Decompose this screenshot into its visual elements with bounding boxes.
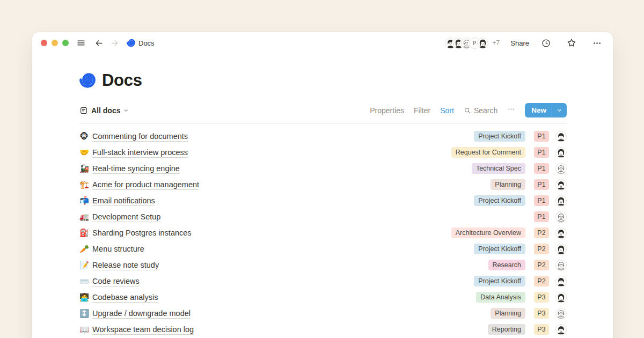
page-title: Docs xyxy=(102,71,142,90)
doc-row[interactable]: 📝 Release note study Research P2 xyxy=(79,257,567,273)
doc-type-tag: Project Kickoff xyxy=(474,276,525,286)
doc-row[interactable]: 🏗️ Acme for product management Planning … xyxy=(79,177,567,193)
priority-badge: P1 xyxy=(534,179,549,190)
doc-title-link[interactable]: Code reviews xyxy=(92,277,140,285)
more-options-icon[interactable] xyxy=(592,38,602,48)
doc-type-tag: Project Kickoff xyxy=(474,244,525,254)
doc-row[interactable]: 🚛 Development Setup P1 xyxy=(79,209,567,225)
doc-title-link[interactable]: Upgrade / downgrade model xyxy=(92,309,191,318)
doc-title-link[interactable]: Menu structure xyxy=(92,245,144,253)
share-button[interactable]: Share xyxy=(507,39,532,48)
collaborator-avatar-stack[interactable]: P xyxy=(445,38,488,49)
priority-badge: P3 xyxy=(534,324,549,335)
minimize-window-button[interactable] xyxy=(52,40,58,46)
new-button-label: New xyxy=(525,106,552,114)
page-spiral-icon xyxy=(79,72,96,89)
window-controls xyxy=(41,40,69,46)
doc-emoji-icon: ↕️ xyxy=(79,310,92,318)
doc-row[interactable]: ↕️ Upgrade / downgrade model Planning P3 xyxy=(79,305,567,321)
view-more-options-icon[interactable] xyxy=(507,105,515,115)
updates-clock-icon[interactable] xyxy=(541,38,551,48)
priority-badge: P1 xyxy=(534,211,549,222)
priority-badge: P3 xyxy=(534,308,549,319)
favorite-star-icon[interactable] xyxy=(566,38,577,48)
app-window: Docs P +7 Share Docs All docs Pr xyxy=(32,32,613,338)
desktop: { "titlebar": { "title": "Docs", "avatar… xyxy=(0,0,644,338)
doc-row[interactable]: 🥕 Menu structure Project Kickoff P2 xyxy=(79,241,567,257)
zoom-window-button[interactable] xyxy=(62,40,69,46)
doc-row[interactable]: 🤝 Full-stack interview process Request f… xyxy=(79,144,567,160)
docs-list: 🐵 Commenting for documents Project Kicko… xyxy=(79,124,567,338)
assignee-avatar xyxy=(555,292,567,303)
view-switcher[interactable]: All docs xyxy=(79,106,129,115)
assignee-avatar xyxy=(555,324,567,335)
assignee-avatar xyxy=(555,211,567,223)
priority-badge: P2 xyxy=(534,276,549,286)
properties-button[interactable]: Properties xyxy=(370,106,404,115)
page-content: Docs All docs Properties Filter Sort Sea… xyxy=(32,71,613,338)
doc-title-link[interactable]: Workspace team decision log xyxy=(92,325,194,334)
doc-emoji-icon: 🐵 xyxy=(79,133,92,141)
doc-type-tag: Project Kickoff xyxy=(474,195,525,206)
doc-type-tag: Reporting xyxy=(488,324,525,335)
search-icon xyxy=(464,107,471,114)
new-button[interactable]: New xyxy=(525,103,567,117)
filter-button[interactable]: Filter xyxy=(414,106,430,115)
search-label: Search xyxy=(474,106,497,115)
doc-type-tag: Technical Spec xyxy=(472,163,525,174)
doc-title-link[interactable]: Acme for product management xyxy=(92,180,199,189)
priority-badge: P1 xyxy=(534,195,549,206)
doc-row[interactable]: 🧑‍💻 Codebase analysis Data Analysis P3 xyxy=(79,289,567,305)
forward-button[interactable] xyxy=(110,39,119,48)
doc-emoji-icon: 📝 xyxy=(79,261,92,269)
doc-title-link[interactable]: Real-time syncing engine xyxy=(92,164,180,173)
doc-title-link[interactable]: Codebase analysis xyxy=(92,293,158,302)
doc-row[interactable]: 🚂 Real-time syncing engine Technical Spe… xyxy=(79,160,567,177)
assignee-avatar xyxy=(555,260,567,271)
window-titlebar: Docs P +7 Share xyxy=(32,32,613,54)
doc-type-tag: Planning xyxy=(491,179,525,190)
doc-title-link[interactable]: Release note study xyxy=(92,261,159,269)
doc-title-link[interactable]: Commenting for documents xyxy=(92,132,188,141)
assignee-avatar xyxy=(555,147,567,158)
priority-badge: P1 xyxy=(534,131,549,142)
docs-logo-icon xyxy=(127,39,135,47)
doc-title-link[interactable]: Development Setup xyxy=(92,212,160,221)
assignee-avatar xyxy=(555,244,567,255)
doc-row[interactable]: ⛽ Sharding Postgres instances Architectu… xyxy=(79,225,567,241)
priority-badge: P2 xyxy=(534,244,549,254)
doc-title-link[interactable]: Sharding Postgres instances xyxy=(92,229,192,237)
close-window-button[interactable] xyxy=(41,40,47,46)
view-switcher-label: All docs xyxy=(91,106,120,115)
doc-row[interactable]: 📖 Workspace team decision log Reporting … xyxy=(79,321,567,337)
doc-emoji-icon: 🚛 xyxy=(79,213,92,221)
doc-emoji-icon: ⛽ xyxy=(79,229,92,237)
back-button[interactable] xyxy=(94,39,104,48)
doc-title-link[interactable]: Full-stack interview process xyxy=(92,148,188,157)
doc-emoji-icon: 🏗️ xyxy=(79,181,92,189)
new-button-chevron-icon[interactable] xyxy=(552,107,567,113)
doc-row[interactable]: 🐵 Commenting for documents Project Kicko… xyxy=(79,128,567,144)
search-button[interactable]: Search xyxy=(464,106,497,115)
doc-row[interactable]: ⌨️ Code reviews Project Kickoff P2 xyxy=(79,273,567,289)
assignee-avatar xyxy=(555,308,567,319)
doc-type-tag: Planning xyxy=(491,308,525,319)
doc-emoji-icon: 🤝 xyxy=(79,149,92,157)
avatar-overflow-count: +7 xyxy=(493,39,500,47)
doc-emoji-icon: ⌨️ xyxy=(79,277,92,285)
assignee-avatar xyxy=(555,276,567,287)
list-view-icon xyxy=(79,106,88,115)
doc-type-tag: Data Analysis xyxy=(476,292,525,303)
priority-badge: P1 xyxy=(534,163,549,174)
doc-type-tag: Architecture Overview xyxy=(451,227,525,238)
collaborator-avatar[interactable] xyxy=(477,38,488,49)
doc-title-link[interactable]: Email notifications xyxy=(92,196,155,205)
doc-type-tag: Research xyxy=(488,260,526,270)
assignee-avatar xyxy=(555,195,567,207)
sidebar-toggle-icon[interactable] xyxy=(76,38,86,48)
view-controls-bar: All docs Properties Filter Sort Search N… xyxy=(79,103,567,124)
doc-row[interactable]: 📬 Email notifications Project Kickoff P1 xyxy=(79,193,567,209)
titlebar-breadcrumb[interactable]: Docs xyxy=(127,39,155,47)
sort-button[interactable]: Sort xyxy=(440,106,454,115)
assignee-avatar xyxy=(555,131,567,142)
